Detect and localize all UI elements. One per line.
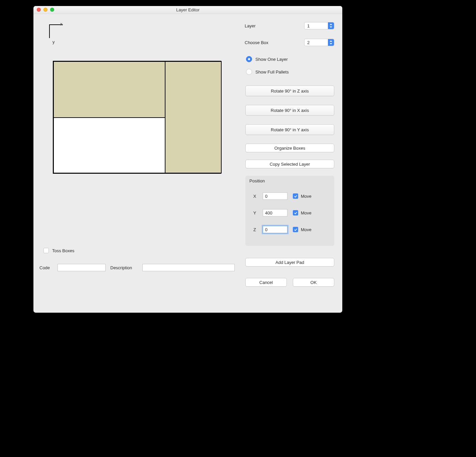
layer-value: 1 — [305, 23, 328, 28]
toss-boxes-checkbox[interactable]: Toss Boxes — [43, 248, 74, 253]
radio-icon — [246, 56, 252, 62]
close-icon[interactable] — [37, 8, 41, 12]
rotate-y-button[interactable]: Rotate 90° in Y axis — [245, 124, 334, 135]
description-input[interactable] — [142, 264, 235, 271]
box-1[interactable] — [53, 61, 165, 118]
radio-icon — [246, 69, 252, 75]
copy-selected-layer-button[interactable]: Copy Selected Layer — [245, 160, 334, 168]
show-full-pallets-label: Show Full Pallets — [255, 69, 289, 74]
add-layer-pad-button[interactable]: Add Layer Pad — [245, 258, 334, 267]
code-label: Code — [39, 265, 50, 270]
titlebar: Layer Editor — [33, 6, 342, 14]
rotate-x-button[interactable]: Rotate 90° in X axis — [245, 105, 334, 116]
axis-y-label: y — [52, 39, 55, 44]
axis-x-label: x — [60, 21, 63, 26]
ok-button[interactable]: OK — [293, 278, 334, 287]
pallet-canvas[interactable] — [53, 61, 221, 174]
stepper-icon[interactable] — [328, 39, 334, 46]
show-one-layer-label: Show One Layer — [255, 57, 288, 62]
organize-boxes-button[interactable]: Organize Boxes — [245, 144, 334, 152]
position-z-label: Z — [252, 227, 257, 232]
position-x-label: X — [252, 194, 257, 199]
content: x y Layer 1 Choose Box 2 Show One Layer — [33, 14, 342, 313]
position-y-move-checkbox[interactable]: Move — [293, 210, 312, 215]
window-title: Layer Editor — [176, 7, 200, 12]
layer-select[interactable]: 1 — [304, 22, 334, 29]
position-y-label: Y — [252, 210, 257, 215]
description-label: Description — [110, 265, 132, 270]
choose-box-value: 2 — [305, 40, 328, 45]
stepper-icon[interactable] — [328, 22, 334, 29]
rotate-z-button[interactable]: Rotate 90° in Z axis — [245, 86, 334, 96]
cancel-button[interactable]: Cancel — [245, 278, 287, 287]
layer-editor-window: Layer Editor x y Layer 1 Choose Box 2 — [33, 6, 342, 313]
position-x-input[interactable]: 0 — [263, 192, 287, 200]
position-z-input[interactable]: 0 — [263, 226, 287, 233]
choose-box-select[interactable]: 2 — [304, 39, 334, 46]
show-one-layer-radio[interactable]: Show One Layer — [246, 56, 288, 62]
position-title: Position — [249, 178, 265, 183]
choose-box-label: Choose Box — [245, 40, 268, 45]
show-full-pallets-radio[interactable]: Show Full Pallets — [246, 69, 289, 75]
position-x-move-checkbox[interactable]: Move — [293, 193, 312, 199]
box-2[interactable] — [165, 61, 222, 173]
checkbox-icon — [43, 248, 49, 253]
minimize-icon[interactable] — [43, 8, 47, 12]
code-input[interactable] — [57, 264, 106, 271]
position-group: Position X 0 Move Y 400 Move Z 0 — [245, 176, 334, 246]
position-z-move-checkbox[interactable]: Move — [293, 227, 312, 232]
layer-label: Layer — [245, 23, 256, 28]
window-controls — [37, 8, 54, 12]
zoom-icon[interactable] — [50, 8, 54, 12]
axis-icon: x y — [43, 21, 67, 45]
position-y-input[interactable]: 400 — [263, 209, 287, 216]
